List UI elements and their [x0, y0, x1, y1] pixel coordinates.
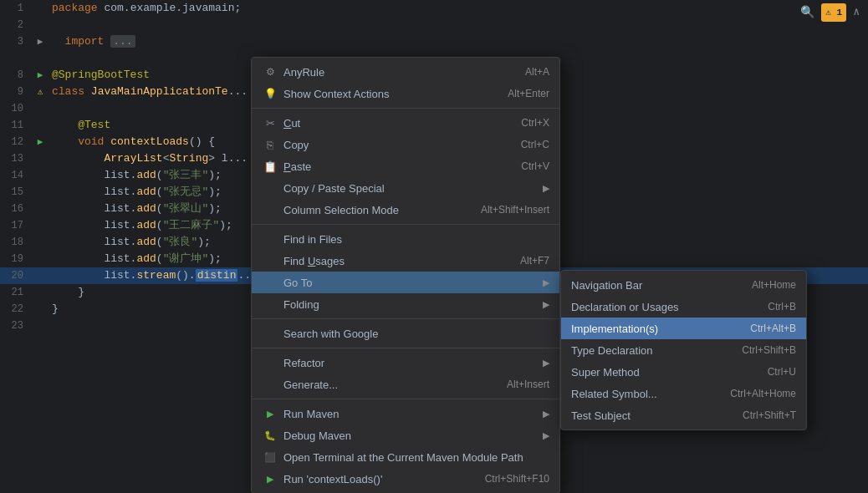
submenu-goto-navbar-shortcut: Alt+Home — [752, 279, 796, 291]
submenu-goto-related-symbol-label: Related Symbol... — [571, 388, 722, 400]
submenu-goto-super-method-label: Super Method — [571, 366, 759, 379]
menu-item-show-context-label: Show Context Actions — [283, 88, 491, 100]
inspect-icon: 🔍 — [800, 4, 814, 21]
submenu-goto: Navigation Bar Alt+Home Declaration or U… — [560, 270, 807, 430]
anyrule-icon: ⚙ — [262, 66, 278, 78]
arrow-right-icon: ▶ — [543, 183, 549, 194]
paste-icon: 📋 — [262, 160, 278, 173]
top-bar: 🔍 ⚠ 1 ∧ — [800, 0, 868, 25]
terminal-icon: ⬛ — [262, 452, 278, 463]
bulb-icon: 💡 — [262, 88, 278, 99]
menu-item-find-usages-shortcut: Alt+F7 — [520, 255, 549, 267]
menu-item-run-context[interactable]: ▶ Run 'contextLoads()' Ctrl+Shift+F10 — [252, 468, 559, 490]
submenu-goto-implementation[interactable]: Implementation(s) Ctrl+Alt+B — [561, 318, 806, 339]
separator-3 — [252, 318, 559, 319]
submenu-goto-test-subject[interactable]: Test Subject Ctrl+Shift+T — [561, 404, 806, 426]
menu-item-find-files-label: Find in Files — [283, 233, 549, 246]
menu-item-refactor-label: Refactor — [283, 357, 543, 369]
submenu-goto-implementation-label: Implementation(s) — [571, 323, 742, 335]
menu-item-copy-paste-special[interactable]: Copy / Paste Special ▶ — [252, 177, 559, 199]
submenu-goto-navbar[interactable]: Navigation Bar Alt+Home — [561, 274, 806, 296]
submenu-goto-declaration-label: Declaration or Usages — [571, 301, 759, 313]
menu-item-copy[interactable]: ⎘ Copy Ctrl+C — [252, 134, 559, 155]
menu-item-cut[interactable]: ✂ Cut Ctrl+X — [252, 112, 559, 134]
submenu-goto-type-declaration[interactable]: Type Declaration Ctrl+Shift+B — [561, 339, 806, 361]
menu-item-show-context[interactable]: 💡 Show Context Actions Alt+Enter — [252, 83, 559, 104]
refactor-arrow-icon: ▶ — [543, 358, 549, 368]
line-3: 3 ▶ import ... — [0, 33, 868, 50]
menu-item-find-files[interactable]: Find in Files — [252, 228, 559, 250]
submenu-goto-test-subject-label: Test Subject — [571, 409, 734, 422]
submenu-goto-related-symbol[interactable]: Related Symbol... Ctrl+Alt+Home — [561, 383, 806, 404]
menu-item-paste-shortcut: Ctrl+V — [521, 160, 549, 172]
menu-item-generate[interactable]: Generate... Alt+Insert — [252, 374, 559, 395]
folding-arrow-icon: ▶ — [543, 299, 549, 310]
submenu-goto-type-declaration-shortcut: Ctrl+Shift+B — [742, 344, 796, 356]
menu-item-open-terminal[interactable]: ⬛ Open Terminal at the Current Maven Mod… — [252, 446, 559, 468]
submenu-goto-implementation-shortcut: Ctrl+Alt+B — [750, 323, 796, 334]
menu-item-column-selection-label: Column Selection Mode — [283, 204, 464, 216]
submenu-goto-super-method[interactable]: Super Method Ctrl+U — [561, 361, 806, 383]
menu-item-goto-label: Go To — [283, 277, 543, 289]
menu-item-copy-shortcut: Ctrl+C — [521, 139, 549, 150]
separator-1 — [252, 108, 559, 109]
menu-item-folding[interactable]: Folding ▶ — [252, 293, 559, 315]
debug-maven-arrow-icon: ▶ — [543, 430, 549, 441]
menu-item-run-context-label: Run 'contextLoads()' — [283, 473, 468, 485]
run-maven-icon: ▶ — [262, 409, 278, 419]
menu-item-anyrule-shortcut: Alt+A — [525, 66, 549, 78]
menu-item-folding-label: Folding — [283, 298, 543, 311]
run-context-icon: ▶ — [262, 474, 278, 485]
submenu-goto-declaration-shortcut: Ctrl+B — [768, 301, 796, 313]
submenu-goto-type-declaration-label: Type Declaration — [571, 344, 733, 357]
menu-item-show-context-shortcut: Alt+Enter — [508, 88, 549, 99]
menu-item-run-maven-label: Run Maven — [283, 408, 543, 420]
submenu-goto-super-method-shortcut: Ctrl+U — [768, 366, 796, 378]
menu-item-debug-maven-label: Debug Maven — [283, 429, 543, 442]
submenu-goto-declaration[interactable]: Declaration or Usages Ctrl+B — [561, 296, 806, 318]
menu-item-column-selection-shortcut: Alt+Shift+Insert — [481, 204, 549, 216]
menu-item-search-google[interactable]: Search with Google — [252, 323, 559, 344]
menu-item-paste[interactable]: 📋 Paste Ctrl+V — [252, 155, 559, 177]
goto-arrow-icon: ▶ — [543, 277, 549, 288]
context-menu: ⚙ AnyRule Alt+A 💡 Show Context Actions A… — [251, 57, 560, 493]
debug-maven-icon: 🐛 — [262, 430, 278, 441]
menu-item-run-maven[interactable]: ▶ Run Maven ▶ — [252, 403, 559, 424]
menu-item-goto[interactable]: Go To ▶ — [252, 272, 559, 293]
menu-item-open-terminal-label: Open Terminal at the Current Maven Modul… — [283, 451, 549, 464]
menu-item-anyrule[interactable]: ⚙ AnyRule Alt+A — [252, 61, 559, 83]
menu-item-search-google-label: Search with Google — [283, 328, 549, 340]
menu-item-copy-label: Copy — [283, 139, 504, 151]
menu-item-cut-label: Cut — [283, 117, 504, 130]
cut-icon: ✂ — [262, 117, 278, 130]
menu-item-cut-shortcut: Ctrl+X — [521, 117, 549, 129]
menu-item-goto-container: Go To ▶ Navigation Bar Alt+Home Declarat… — [252, 272, 559, 293]
menu-item-anyrule-label: AnyRule — [283, 66, 508, 79]
menu-item-generate-label: Generate... — [283, 379, 490, 391]
submenu-goto-test-subject-shortcut: Ctrl+Shift+T — [743, 409, 796, 421]
menu-item-copy-paste-special-label: Copy / Paste Special — [283, 182, 543, 195]
chevron-up-icon: ∧ — [853, 4, 860, 21]
copy-icon: ⎘ — [262, 139, 278, 151]
run-maven-arrow-icon: ▶ — [543, 409, 549, 419]
menu-item-debug-maven[interactable]: 🐛 Debug Maven ▶ — [252, 424, 559, 446]
line-1: 1 package com.example.javamain; — [0, 0, 868, 17]
menu-item-find-usages[interactable]: Find Usages Alt+F7 — [252, 250, 559, 272]
menu-item-generate-shortcut: Alt+Insert — [507, 379, 549, 390]
separator-4 — [252, 348, 559, 348]
submenu-goto-related-symbol-shortcut: Ctrl+Alt+Home — [730, 388, 796, 399]
separator-2 — [252, 224, 559, 225]
line-2: 2 — [0, 17, 868, 33]
menu-item-column-selection[interactable]: Column Selection Mode Alt+Shift+Insert — [252, 199, 559, 221]
warning-badge: ⚠ 1 — [821, 3, 846, 22]
menu-item-find-usages-label: Find Usages — [283, 255, 503, 267]
submenu-goto-navbar-label: Navigation Bar — [571, 279, 743, 292]
separator-5 — [252, 399, 559, 399]
menu-item-refactor[interactable]: Refactor ▶ — [252, 352, 559, 374]
menu-item-run-context-shortcut: Ctrl+Shift+F10 — [485, 473, 549, 485]
menu-item-paste-label: Paste — [283, 160, 504, 173]
